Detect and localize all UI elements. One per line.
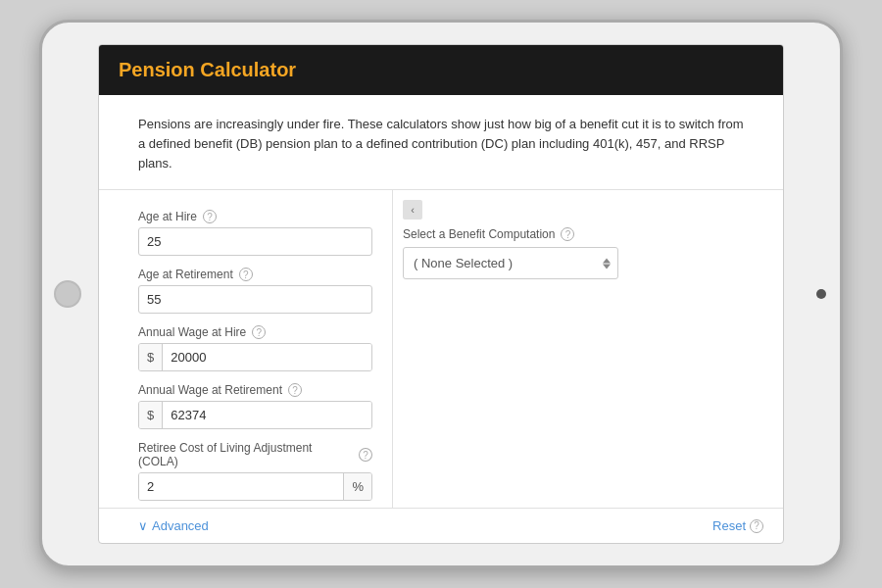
cola-help-icon[interactable]: ? bbox=[359, 448, 372, 462]
benefit-select-wrapper: ( None Selected ) bbox=[403, 247, 618, 279]
reset-button[interactable]: Reset ? bbox=[712, 518, 763, 533]
annual-wage-hire-prefix: $ bbox=[139, 344, 163, 370]
calc-body: Pensions are increasingly under fire. Th… bbox=[99, 95, 783, 543]
annual-wage-retirement-prefix: $ bbox=[139, 402, 163, 428]
footer-row: ∨ Advanced Reset ? bbox=[99, 508, 783, 543]
annual-wage-hire-input-wrapper: $ bbox=[138, 343, 372, 371]
cola-suffix: % bbox=[343, 473, 371, 500]
benefit-select-help-icon[interactable]: ? bbox=[561, 227, 574, 241]
advanced-link[interactable]: ∨ Advanced bbox=[138, 518, 209, 533]
calculator-container: Pension Calculator Pensions are increasi… bbox=[98, 44, 784, 544]
tablet-frame: Pension Calculator Pensions are increasi… bbox=[39, 20, 843, 568]
age-at-hire-group: Age at Hire ? bbox=[138, 210, 372, 256]
advanced-chevron-icon: ∨ bbox=[138, 518, 148, 533]
tablet-right-indicator bbox=[816, 289, 826, 299]
right-panel: ‹ Select a Benefit Computation ? ( None … bbox=[393, 190, 783, 508]
calc-description: Pensions are increasingly under fire. Th… bbox=[99, 95, 783, 190]
annual-wage-retirement-input[interactable] bbox=[163, 402, 371, 428]
age-at-hire-label: Age at Hire ? bbox=[138, 210, 372, 223]
calc-header: Pension Calculator bbox=[99, 45, 783, 95]
age-at-hire-help-icon[interactable]: ? bbox=[203, 210, 217, 223]
age-at-retirement-label: Age at Retirement ? bbox=[138, 268, 372, 281]
annual-wage-retirement-help-icon[interactable]: ? bbox=[288, 383, 302, 397]
annual-wage-hire-input[interactable] bbox=[163, 344, 371, 370]
annual-wage-retirement-input-wrapper: $ bbox=[138, 401, 372, 429]
benefit-select-label: Select a Benefit Computation ? bbox=[403, 227, 763, 241]
tablet-home-button[interactable] bbox=[54, 280, 81, 308]
panel-toggle-button[interactable]: ‹ bbox=[403, 200, 422, 220]
benefit-select[interactable]: ( None Selected ) bbox=[403, 247, 618, 279]
annual-wage-hire-label: Annual Wage at Hire ? bbox=[138, 325, 372, 339]
age-at-retirement-group: Age at Retirement ? bbox=[138, 268, 372, 314]
left-panel: Age at Hire ? Age at Retirement ? bbox=[99, 190, 393, 508]
cola-group: Retiree Cost of Living Adjustment (COLA)… bbox=[138, 441, 372, 508]
annual-wage-retirement-label: Annual Wage at Retirement ? bbox=[138, 383, 372, 397]
annual-wage-retirement-group: Annual Wage at Retirement ? $ bbox=[138, 383, 372, 429]
cola-label: Retiree Cost of Living Adjustment (COLA)… bbox=[138, 441, 372, 468]
annual-wage-hire-help-icon[interactable]: ? bbox=[252, 325, 266, 339]
calc-main: Age at Hire ? Age at Retirement ? bbox=[99, 190, 783, 508]
cola-input-wrapper: % bbox=[138, 472, 372, 501]
age-at-hire-input[interactable] bbox=[138, 227, 372, 256]
age-at-retirement-input[interactable] bbox=[138, 285, 372, 314]
reset-help-icon[interactable]: ? bbox=[750, 519, 763, 533]
page-title: Pension Calculator bbox=[119, 59, 296, 80]
cola-input[interactable] bbox=[139, 473, 343, 500]
age-at-retirement-help-icon[interactable]: ? bbox=[239, 268, 253, 281]
annual-wage-hire-group: Annual Wage at Hire ? $ bbox=[138, 325, 372, 371]
